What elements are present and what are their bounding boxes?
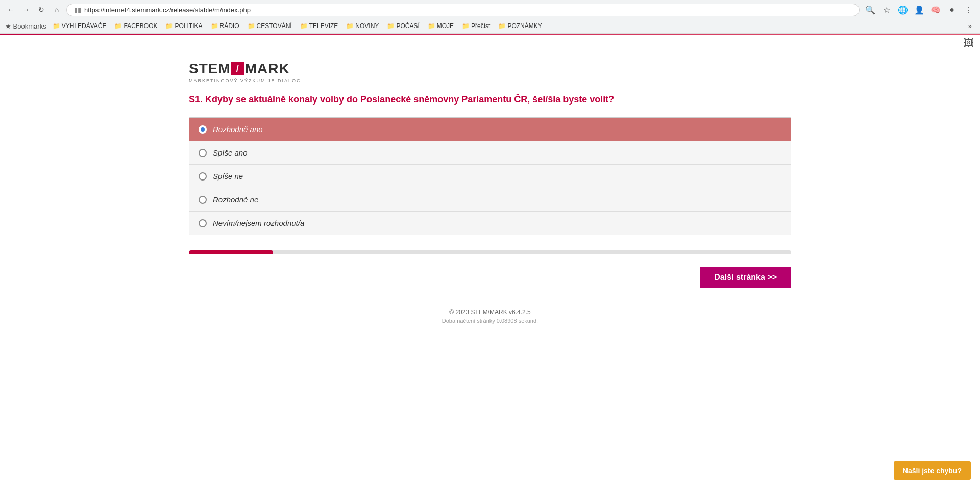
browser-chrome: ← → ↻ ⌂ ▮▮ https://internet4.stemmark.cz… (0, 0, 980, 34)
bookmarks-bar: ★ Bookmarks 📁 VYHLEDÁVAČE 📁 FACEBOOK 📁 P… (0, 19, 980, 33)
bookmark-noviny[interactable]: 📁 NOVINY (343, 21, 382, 31)
option-row-5[interactable]: Nevím/nejsem rozhodnut/a (189, 212, 791, 235)
progress-bar-track (189, 250, 791, 254)
bookmark-cestovani[interactable]: 📁 CESTOVÁNÍ (244, 21, 295, 31)
page-content: STEM / MARK MARKETINGOVÝ VÝZKUM JE DIALO… (158, 50, 822, 344)
option-label-5: Nevím/nejsem rozhodnut/a (213, 219, 304, 227)
search-icon[interactable]: 🔍 (864, 3, 877, 16)
option-row-4[interactable]: Rozhodně ne (189, 188, 791, 212)
radio-button-4[interactable] (199, 196, 207, 204)
extensions-icon[interactable]: 🧠 (929, 3, 942, 16)
translate-icon[interactable]: 🌐 (896, 3, 910, 16)
bookmark-facebook[interactable]: 📁 FACEBOOK (111, 21, 160, 31)
folder-icon: 📁 (462, 22, 470, 30)
radio-button-1[interactable] (199, 125, 207, 134)
monitor-icon: 🖼 (964, 37, 974, 49)
option-row-2[interactable]: Spíše ano (189, 141, 791, 165)
home-button[interactable]: ⌂ (51, 4, 62, 15)
folder-icon: 📁 (114, 22, 122, 30)
folder-icon: 📁 (387, 22, 395, 30)
logo: STEM / MARK (189, 61, 791, 77)
folder-icon: 📁 (498, 22, 506, 30)
logo-slash: / (231, 62, 244, 75)
account-icon[interactable]: ● (945, 3, 959, 16)
folder-icon: 📁 (248, 22, 255, 30)
browser-actions: 🔍 ☆ 🌐 👤 🧠 ● ⋮ (864, 3, 975, 16)
progress-section (189, 250, 791, 254)
radio-dot-1 (201, 127, 205, 132)
radio-button-5[interactable] (199, 219, 207, 227)
monitor-icon-bar: 🖼 (0, 35, 980, 50)
bookmark-televize[interactable]: 📁 TELEVIZE (297, 21, 341, 31)
logo-area: STEM / MARK MARKETINGOVÝ VÝZKUM JE DIALO… (189, 61, 791, 83)
folder-icon: 📁 (346, 22, 354, 30)
footer: © 2023 STEM/MARK v6.4.2.5 Doba načtení s… (189, 308, 791, 324)
footer-load-time: Doba načtení stránky 0.08908 sekund. (189, 318, 791, 324)
bookmarks-star-icon: ★ Bookmarks (5, 22, 46, 30)
bookmark-precist[interactable]: 📁 Přečíst (459, 21, 493, 31)
option-label-2: Spíše ano (213, 148, 248, 157)
footer-version: © 2023 STEM/MARK v6.4.2.5 (189, 308, 791, 316)
folder-icon: 📁 (428, 22, 435, 30)
star-icon[interactable]: ☆ (880, 3, 893, 16)
logo-prefix: STEM (189, 61, 231, 77)
bookmark-radio[interactable]: 📁 RÁDIO (208, 21, 242, 31)
bookmark-vyhledavace[interactable]: 📁 VYHLEDÁVAČE (50, 21, 110, 31)
folder-icon: 📁 (300, 22, 308, 30)
folder-icon: 📁 (211, 22, 218, 30)
bookmarks-more-button[interactable]: » (965, 21, 975, 31)
option-row-3[interactable]: Spíše ne (189, 165, 791, 188)
url-bar[interactable]: ▮▮ https://internet4.stemmark.cz/release… (66, 4, 860, 16)
radio-button-3[interactable] (199, 172, 207, 181)
back-button[interactable]: ← (5, 4, 16, 15)
next-button-row: Další stránka >> (189, 267, 791, 288)
menu-icon[interactable]: ⋮ (962, 3, 975, 16)
url-text: https://internet4.stemmark.cz/release/st… (84, 6, 852, 14)
progress-bar-fill (189, 250, 273, 254)
bookmark-poznamky[interactable]: 📁 POZNÁMKY (495, 21, 545, 31)
folder-icon: 📁 (53, 22, 60, 30)
option-label-3: Spíše ne (213, 172, 243, 181)
question-text: S1. Kdyby se aktuálně konaly volby do Po… (189, 93, 791, 106)
bookmark-pocasi[interactable]: 📁 POČASÍ (384, 21, 422, 31)
next-page-button[interactable]: Další stránka >> (700, 267, 791, 288)
reload-button[interactable]: ↻ (36, 4, 47, 15)
bookmark-moje[interactable]: 📁 MOJE (425, 21, 457, 31)
folder-icon: 📁 (165, 22, 173, 30)
option-row-1[interactable]: Rozhodně ano (189, 118, 791, 141)
option-label-1: Rozhodně ano (213, 125, 263, 134)
profile-icon[interactable]: 👤 (913, 3, 926, 16)
browser-toolbar: ← → ↻ ⌂ ▮▮ https://internet4.stemmark.cz… (0, 0, 980, 19)
options-container: Rozhodně ano Spíše ano Spíše ne Rozhodně… (189, 117, 791, 235)
logo-suffix: MARK (245, 61, 290, 77)
option-label-4: Rozhodně ne (213, 195, 258, 204)
bookmark-politika[interactable]: 📁 POLITIKA (162, 21, 205, 31)
logo-tagline: MARKETINGOVÝ VÝZKUM JE DIALOG (189, 78, 791, 83)
forward-button[interactable]: → (20, 4, 32, 15)
radio-button-2[interactable] (199, 149, 207, 157)
